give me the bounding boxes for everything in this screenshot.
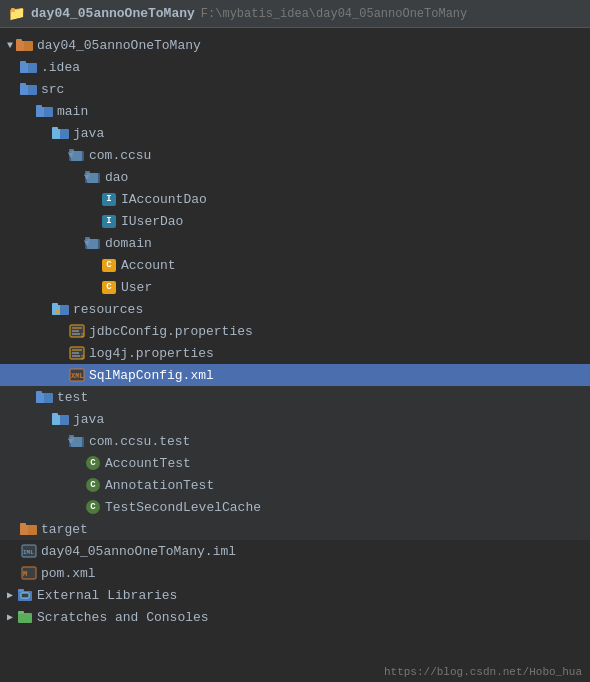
tree-arrow-ext_libs[interactable]: ▶ — [0, 589, 16, 601]
svg-rect-10 — [36, 107, 44, 117]
tree-item-jdbcConfig[interactable]: ≡jdbcConfig.properties — [0, 320, 590, 342]
tree-arrow-java[interactable]: ▼ — [0, 128, 52, 139]
tree-arrow-com_ccsu[interactable]: ▼ — [0, 150, 68, 161]
file-icon-dao — [84, 169, 102, 185]
tree-item-com_ccsu_test[interactable]: ▼com.ccsu.test — [0, 430, 590, 452]
tree-item-scratches[interactable]: ▶Scratches and Consoles — [0, 606, 590, 628]
tree-arrow-User[interactable] — [0, 282, 100, 293]
file-label-dao: dao — [105, 170, 590, 185]
tree-item-log4j[interactable]: ≡log4j.properties — [0, 342, 590, 364]
project-path: F:\mybatis_idea\day04_05annoOneToMany — [201, 7, 467, 21]
tree-item-iml[interactable]: IMLday04_05annoOneToMany.iml — [0, 540, 590, 562]
url-label: https://blog.csdn.net/Hobo_hua — [384, 666, 582, 678]
tree-arrow-SqlMapConfig[interactable] — [0, 370, 68, 381]
file-icon-java_test — [52, 411, 70, 427]
tree-item-pom[interactable]: Mpom.xml — [0, 562, 590, 584]
tree-arrow-IUserDao[interactable] — [0, 216, 100, 227]
tree-item-IUserDao[interactable]: IIUserDao — [0, 210, 590, 232]
file-label-java_test: java — [73, 412, 590, 427]
tree-arrow-scratches[interactable]: ▶ — [0, 611, 16, 623]
tree-arrow-com_ccsu_test[interactable]: ▼ — [0, 436, 68, 447]
tree-item-target[interactable]: ▶target — [0, 518, 590, 540]
tree-arrow-AccountTest[interactable] — [0, 458, 84, 469]
tree-item-ext_libs[interactable]: ▶External Libraries — [0, 584, 590, 606]
tree-arrow-jdbcConfig[interactable] — [0, 326, 68, 337]
tree-item-dao[interactable]: ▼dao — [0, 166, 590, 188]
tree-item-com_ccsu[interactable]: ▼com.ccsu — [0, 144, 590, 166]
svg-rect-48 — [69, 435, 74, 438]
tree-item-domain[interactable]: ▼domain — [0, 232, 590, 254]
svg-rect-57 — [18, 589, 24, 592]
file-label-resources: resources — [73, 302, 590, 317]
file-icon-scratches — [16, 609, 34, 625]
svg-rect-7 — [20, 85, 28, 95]
tree-arrow-IAccountDao[interactable] — [0, 194, 100, 205]
svg-text:≡: ≡ — [81, 332, 85, 338]
file-label-iml: day04_05annoOneToMany.iml — [41, 544, 590, 559]
file-icon-target — [20, 521, 38, 537]
svg-rect-4 — [20, 63, 28, 73]
svg-rect-59 — [18, 613, 32, 623]
tree-item-AccountTest[interactable]: CAccountTest — [0, 452, 590, 474]
tree-item-root[interactable]: ▼day04_05annoOneToMany — [0, 34, 590, 56]
tree-arrow-src[interactable]: ▼ — [0, 84, 20, 95]
project-folder-icon: 📁 — [8, 5, 25, 22]
tree-item-Account[interactable]: CAccount — [0, 254, 590, 276]
svg-rect-45 — [52, 413, 58, 416]
file-label-main: main — [57, 104, 590, 119]
file-icon-TestSecondLevelCache: C — [84, 499, 102, 515]
tree-arrow-TestSecondLevelCache[interactable] — [0, 502, 84, 513]
svg-text:IML: IML — [23, 549, 34, 556]
tree-arrow-log4j[interactable] — [0, 348, 68, 359]
file-icon-main — [36, 103, 54, 119]
tree-arrow-iml[interactable] — [0, 546, 20, 557]
tree-item-src[interactable]: ▼src — [0, 78, 590, 100]
tree-arrow-domain[interactable]: ▼ — [0, 238, 84, 249]
svg-rect-8 — [20, 83, 26, 86]
svg-rect-17 — [69, 149, 74, 152]
tree-arrow-root[interactable]: ▼ — [0, 40, 16, 51]
tree-arrow-test[interactable]: ▼ — [0, 392, 36, 403]
tree-arrow-dao[interactable]: ▼ — [0, 172, 84, 183]
tree-arrow-Account[interactable] — [0, 260, 100, 271]
tree-item-main[interactable]: ▼main — [0, 100, 590, 122]
svg-rect-1 — [16, 41, 24, 51]
file-icon-com_ccsu_test — [68, 433, 86, 449]
file-icon-src — [20, 81, 38, 97]
svg-rect-5 — [20, 61, 26, 64]
file-label-User: User — [121, 280, 590, 295]
file-label-pom: pom.xml — [41, 566, 590, 581]
tree-item-AnnotationTest[interactable]: CAnnotationTest — [0, 474, 590, 496]
file-icon-test — [36, 389, 54, 405]
file-icon-IUserDao: I — [100, 213, 118, 229]
tree-item-User[interactable]: CUser — [0, 276, 590, 298]
tree-arrow-pom[interactable] — [0, 568, 20, 579]
tree-arrow-resources[interactable]: ▼ — [0, 304, 52, 315]
tree-arrow-idea[interactable]: ▶ — [0, 61, 20, 73]
tree-item-TestSecondLevelCache[interactable]: CTestSecondLevelCache — [0, 496, 590, 518]
tree-arrow-AnnotationTest[interactable] — [0, 480, 84, 491]
svg-rect-50 — [20, 525, 28, 535]
file-label-src: src — [41, 82, 590, 97]
tree-arrow-java_test[interactable]: ▼ — [0, 414, 52, 425]
tree-item-java_test[interactable]: ▼java — [0, 408, 590, 430]
tree-container: ▼day04_05annoOneToMany▶.idea▼src▼main▼ja… — [0, 28, 590, 634]
tree-item-resources[interactable]: ▼Rresources — [0, 298, 590, 320]
file-label-scratches: Scratches and Consoles — [37, 610, 590, 625]
tree-item-test[interactable]: ▼test — [0, 386, 590, 408]
tree-item-SqlMapConfig[interactable]: XMLSqlMapConfig.xml — [0, 364, 590, 386]
file-icon-pom: M — [20, 565, 38, 581]
file-label-AccountTest: AccountTest — [105, 456, 590, 471]
tree-item-idea[interactable]: ▶.idea — [0, 56, 590, 78]
file-icon-IAccountDao: I — [100, 191, 118, 207]
svg-rect-2 — [16, 39, 22, 42]
file-label-SqlMapConfig: SqlMapConfig.xml — [89, 368, 590, 383]
tree-arrow-main[interactable]: ▼ — [0, 106, 36, 117]
tree-item-IAccountDao[interactable]: IIAccountDao — [0, 188, 590, 210]
tree-arrow-target[interactable]: ▶ — [0, 523, 20, 535]
file-label-java: java — [73, 126, 590, 141]
file-label-Account: Account — [121, 258, 590, 273]
tree-item-java[interactable]: ▼java — [0, 122, 590, 144]
file-icon-ext_libs — [16, 587, 34, 603]
file-icon-java — [52, 125, 70, 141]
